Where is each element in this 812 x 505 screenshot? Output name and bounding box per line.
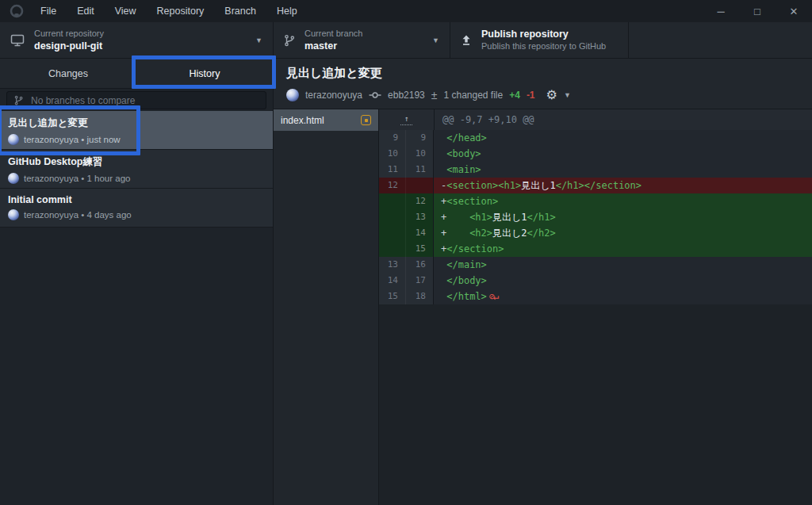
- diff-stat-icon: ±: [431, 89, 438, 101]
- menu-item-file[interactable]: File: [30, 0, 67, 22]
- commit-list-item[interactable]: Initial commit terazonoyuya • 4 days ago: [0, 189, 273, 228]
- maximize-button[interactable]: □: [739, 0, 776, 22]
- old-line-number: 14: [379, 273, 406, 289]
- diff-line: 13 16 </main>: [379, 257, 812, 273]
- old-line-number: 15: [379, 289, 406, 304]
- publish-repository-button[interactable]: Publish repository Publish this reposito…: [450, 22, 629, 58]
- code-tag-segment: <section>: [446, 196, 498, 207]
- current-branch-button[interactable]: Current branch master ▼: [274, 22, 450, 58]
- tab-history[interactable]: History: [136, 59, 273, 88]
- file-name: index.html: [281, 115, 324, 126]
- toolbar-spacer: [629, 22, 812, 58]
- file-row-index-html[interactable]: index.html: [274, 109, 378, 131]
- diff-area: index.html ↑ @@ -9,7 +9,10 @@ 9 9 </head…: [274, 109, 812, 505]
- code-tag-segment: </head>: [446, 132, 487, 143]
- diff-line-code: <body>: [434, 146, 812, 162]
- old-line-number: [379, 209, 406, 225]
- menu-bar: File Edit View Repository Branch Help ─ …: [0, 0, 812, 22]
- new-line-number: 10: [406, 146, 434, 162]
- new-line-number: 16: [406, 257, 434, 273]
- avatar: [8, 134, 19, 145]
- code-tag-segment: </html>: [446, 291, 487, 302]
- repository-label: Current repository: [34, 28, 104, 39]
- commit-meta: terazonoyuya • 1 hour ago: [8, 173, 265, 184]
- new-line-number: 11: [406, 162, 434, 178]
- chevron-down-icon[interactable]: ▼: [564, 91, 571, 99]
- diff-line-code: </head>: [434, 130, 812, 146]
- avatar: [8, 209, 19, 220]
- changed-files-count: 1 changed file: [443, 90, 503, 101]
- commit-detail-meta: terazonoyuya ebb2193 ± 1 changed file +4…: [286, 87, 812, 102]
- commit-meta-text: terazonoyuya • 4 days ago: [24, 210, 132, 220]
- diff-line: 13 + <h1>見出し1</h1>: [379, 209, 812, 225]
- commit-title: GitHub Desktop練習: [8, 155, 265, 169]
- git-branch-icon: [283, 34, 296, 47]
- new-line-number: 14: [406, 225, 434, 241]
- avatar: [286, 89, 299, 101]
- commit-list-item[interactable]: GitHub Desktop練習 terazonoyuya • 1 hour a…: [0, 150, 273, 189]
- code-tag-segment: <h2>: [469, 228, 492, 239]
- diff-line: 15 18 </html>⊘↵: [379, 289, 812, 304]
- commit-list: 見出し追加と変更 terazonoyuya • just now GitHub …: [0, 111, 273, 505]
- branch-compare-field[interactable]: [6, 91, 266, 109]
- branch-compare-row: [0, 89, 273, 111]
- code-tag-segment: </body>: [446, 275, 487, 286]
- old-line-number: 11: [379, 162, 406, 178]
- branch-name: master: [304, 40, 362, 52]
- code-text-segment: 見出し2: [492, 228, 527, 239]
- new-line-number: 17: [406, 273, 434, 289]
- app-menus: File Edit View Repository Branch Help: [30, 0, 308, 22]
- menu-item-branch[interactable]: Branch: [214, 0, 266, 22]
- commit-meta-text: terazonoyuya • 1 hour ago: [24, 174, 130, 183]
- gear-icon[interactable]: ⚙: [546, 87, 557, 102]
- menu-item-help[interactable]: Help: [266, 0, 308, 22]
- code-tag-segment: </section>: [446, 243, 504, 254]
- close-button[interactable]: ✕: [776, 0, 812, 22]
- new-line-number: 15: [406, 241, 434, 257]
- diff-line-code: +<section>: [434, 193, 812, 209]
- diff-viewer: ↑ @@ -9,7 +9,10 @@ 9 9 </head> 10 10 <bo…: [379, 109, 812, 505]
- code-tag-segment: </h2>: [527, 228, 556, 239]
- code-tag-segment: <main>: [446, 164, 481, 175]
- new-line-number: 18: [406, 289, 434, 304]
- diff-lines: 9 9 </head> 10 10 <body> 11 11 <main> 12…: [379, 130, 812, 304]
- diff-line: 14 + <h2>見出し2</h2>: [379, 225, 812, 241]
- old-line-number: [379, 225, 406, 241]
- commit-list-item[interactable]: 見出し追加と変更 terazonoyuya • just now: [0, 111, 273, 150]
- current-repository-button[interactable]: Current repository design-pull-git ▼: [0, 22, 274, 58]
- old-line-number: 12: [379, 178, 406, 193]
- expand-hunk-button[interactable]: ↑: [379, 109, 435, 130]
- hunk-header-text: @@ -9,7 +9,10 @@: [435, 109, 534, 130]
- github-logo-icon: [10, 4, 24, 18]
- code-text-segment: [446, 212, 469, 223]
- code-tag-segment: <h1>: [469, 212, 492, 223]
- code-tag-segment: <body>: [446, 148, 481, 159]
- minimize-button[interactable]: ─: [703, 0, 739, 22]
- new-line-number: [406, 178, 434, 193]
- commit-meta-text: terazonoyuya • just now: [24, 135, 121, 144]
- code-text-segment: 見出し1: [521, 180, 556, 191]
- commit-detail-panel: 見出し追加と変更 terazonoyuya ebb2193 ± 1 change…: [274, 59, 812, 505]
- expand-dots-icon: [400, 122, 412, 125]
- new-line-number: 12: [406, 193, 434, 209]
- menu-item-repository[interactable]: Repository: [147, 0, 215, 22]
- avatar: [8, 173, 19, 184]
- branch-compare-input[interactable]: [29, 94, 259, 107]
- upload-icon: [460, 34, 473, 47]
- new-line-number: 9: [406, 130, 434, 146]
- commit-meta: terazonoyuya • 4 days ago: [8, 209, 265, 220]
- diff-line-code: +</section>: [434, 241, 812, 257]
- tab-changes[interactable]: Changes: [0, 59, 136, 88]
- diff-line: 9 9 </head>: [379, 130, 812, 146]
- diff-line-code: </html>⊘↵: [434, 289, 812, 304]
- menu-item-edit[interactable]: Edit: [67, 0, 105, 22]
- history-sidebar: Changes History 見出し追加と変更: [0, 59, 274, 505]
- commit-header: 見出し追加と変更 terazonoyuya ebb2193 ± 1 change…: [274, 59, 812, 109]
- commit-detail-title: 見出し追加と変更: [286, 66, 812, 81]
- menu-item-view[interactable]: View: [105, 0, 147, 22]
- git-commit-icon: [369, 89, 381, 101]
- commit-title: 見出し追加と変更: [8, 117, 265, 130]
- expand-up-icon: ↑: [404, 115, 408, 122]
- code-tag-segment: <section><h1>: [446, 180, 521, 191]
- sidebar-tabbar: Changes History: [0, 59, 273, 89]
